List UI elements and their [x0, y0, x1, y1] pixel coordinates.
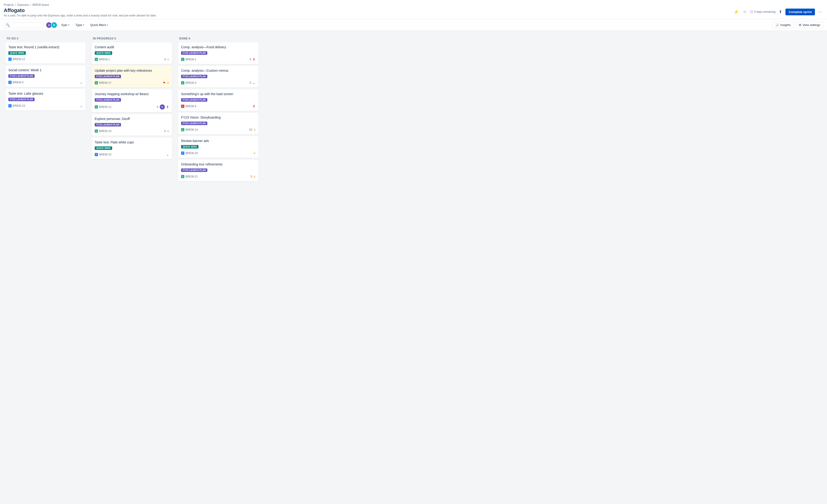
expand-icon[interactable]: ⌄: [253, 81, 255, 85]
search-input[interactable]: [11, 23, 41, 27]
breadcrumb-espresso[interactable]: Espresso: [17, 3, 29, 6]
right-toolbar: 📈 Insights ⚙ View settings: [772, 21, 823, 28]
card-done-5[interactable]: Review banner adsQUICK WINSBREW-20≡: [178, 136, 258, 158]
story-points: 5: [164, 130, 166, 133]
card-footer: BREW-25⬆: [181, 57, 255, 61]
card-footer: BREW-4⬆: [181, 104, 255, 108]
breadcrumb-brew-board[interactable]: BREW board: [33, 3, 49, 6]
story-type-icon: [181, 128, 184, 131]
card-title: Content audit: [95, 45, 169, 49]
card-todo-1[interactable]: Taste test: Round 1 (vanilla extract)QUI…: [6, 43, 86, 63]
story-type-icon: [181, 81, 184, 85]
expand-icon[interactable]: ⌄: [80, 104, 83, 108]
more-options-button[interactable]: ⋯: [817, 8, 823, 15]
card-footer: BREW-17⚑≡: [95, 81, 169, 85]
task-type-icon: [8, 104, 12, 107]
card-issue-id: BREW-14: [186, 128, 198, 131]
insights-button[interactable]: 📈 Insights: [772, 21, 794, 28]
card-done-2[interactable]: Comp. analysis—Custom menusFY23 LAUNCH P…: [178, 66, 258, 88]
card-footer: BREW-1410≡: [181, 128, 255, 132]
story-type-icon: [181, 175, 184, 178]
star-icon[interactable]: ☆: [742, 8, 747, 15]
story-points: 3: [250, 175, 252, 178]
epic-filter-button[interactable]: Epic ▾: [60, 22, 71, 28]
card-label: FY23 LAUNCH PLAN: [181, 98, 207, 102]
breadcrumb-projects[interactable]: Projects: [4, 3, 14, 6]
card-ip-5[interactable]: Taste test: Flate white cupsQUICK WINSBR…: [92, 138, 172, 159]
priority-medium-icon: ≡: [167, 57, 169, 61]
task-type-icon: [8, 81, 12, 84]
story-points: 5: [250, 58, 251, 61]
story-type-icon: [95, 105, 98, 109]
card-done-1[interactable]: Comp. analysis—Food deliveryFY23 LAUNCH …: [178, 43, 258, 64]
card-done-4[interactable]: FY23 Vision: StoryboardingFY23 LAUNCH PL…: [178, 113, 258, 134]
card-title: FY23 Vision: Storyboarding: [181, 115, 255, 119]
card-title: Journey mapping workshop w/ Beanz: [95, 92, 169, 96]
card-todo-3[interactable]: Taste test: Latte glassesFY23 LAUNCH PLA…: [6, 89, 86, 110]
column-header-inprogress: IN PROGRESS 5: [90, 35, 174, 43]
card-ip-1[interactable]: Content auditQUICK WINSBREW-14≡: [92, 43, 172, 64]
card-footer: BREW-105≡: [95, 129, 169, 133]
card-done-6[interactable]: Onboarding tour refinementsFY23 LAUNCH P…: [178, 160, 258, 181]
quick-filters-label: Quick filters: [90, 23, 106, 27]
story-type-icon: [181, 58, 184, 61]
column-cards-inprogress: Content auditQUICK WINSBREW-14≡Update pr…: [90, 43, 174, 492]
card-label: FY23 LAUNCH PLAN: [181, 51, 207, 55]
settings-icon: ⚙: [799, 23, 801, 27]
card-issue-id: BREW-12: [13, 57, 25, 61]
card-label: FY23 LAUNCH PLAN: [95, 123, 121, 127]
lightning-icon[interactable]: ⚡: [733, 8, 740, 15]
project-description: As a user, I'm able to jump onto the Esp…: [4, 14, 156, 19]
card-title: Comp. analysis—Custom menus: [181, 69, 255, 72]
flag-icon: ⚑: [163, 81, 166, 85]
card-issue-id: BREW-1: [99, 58, 110, 61]
quick-filters-chevron-icon: ▾: [107, 24, 108, 26]
column-cards-done: Comp. analysis—Food deliveryFY23 LAUNCH …: [177, 43, 260, 492]
story-points: 4: [164, 58, 166, 61]
card-label: FY23 LAUNCH PLAN: [181, 121, 207, 125]
board: TO DO 3Taste test: Round 1 (vanilla extr…: [0, 31, 827, 495]
card-title: Social content: Week 1: [8, 68, 83, 72]
view-settings-button[interactable]: ⚙ View settings: [796, 21, 823, 28]
column-done: DONE 6Comp. analysis—Food deliveryFY23 L…: [177, 35, 260, 492]
card-issue-id: BREW-23: [13, 104, 25, 107]
card-issue-id: BREW-3: [186, 81, 196, 85]
card-issue-id: BREW-2: [186, 58, 196, 61]
priority-medium-icon: ≡: [253, 128, 255, 132]
story-points: 10: [249, 128, 252, 131]
card-footer: BREW-12: [8, 57, 83, 61]
card-ip-2[interactable]: Update project plan with key milestonesF…: [92, 66, 172, 88]
card-label: FY23 LAUNCH PLAN: [95, 98, 121, 102]
search-box[interactable]: 🔍: [4, 22, 43, 28]
quick-filters-button[interactable]: Quick filters ▾: [88, 22, 110, 28]
type-chevron-icon: ▾: [83, 24, 84, 26]
card-done-3[interactable]: Something's up with the load screenFY23 …: [178, 89, 258, 111]
expand-icon[interactable]: ⌄: [166, 153, 169, 156]
avatar-group[interactable]: A B: [46, 22, 57, 28]
type-filter-button[interactable]: Type ▾: [74, 22, 86, 28]
card-title: Update project plan with key milestones: [95, 69, 169, 72]
priority-medium-icon: ≡: [253, 175, 255, 179]
column-cards-todo: Taste test: Round 1 (vanilla extract)QUI…: [4, 43, 87, 492]
priority-medium-icon: ≡: [167, 81, 169, 85]
expand-icon[interactable]: ⌄: [80, 81, 83, 84]
column-todo: TO DO 3Taste test: Round 1 (vanilla extr…: [4, 35, 87, 492]
priority-high-icon: ⬆: [253, 104, 255, 108]
share-icon[interactable]: ⬆: [778, 8, 783, 15]
story-points: 5: [250, 81, 251, 85]
card-issue-id: BREW-17: [99, 81, 111, 85]
search-icon: 🔍: [6, 23, 10, 27]
avatar-user-2[interactable]: B: [51, 22, 57, 28]
card-title: Taste test: Flate white cups: [95, 140, 169, 144]
clock-icon: 🕐: [750, 10, 753, 13]
card-issue-id: BREW-4: [186, 105, 196, 108]
card-ip-3[interactable]: Journey mapping workshop w/ BeanzFY23 LA…: [92, 89, 172, 112]
story-points: 5: [157, 105, 158, 109]
column-header-todo: TO DO 3: [4, 35, 87, 43]
card-ip-4[interactable]: Explore personas: GeoffFY23 LAUNCH PLANB…: [92, 114, 172, 136]
toolbar: 🔍 A B Epic ▾ Type ▾ Quick filters ▾ 📈 In…: [0, 19, 827, 31]
priority-medium-icon: ≡: [167, 129, 169, 133]
card-todo-2[interactable]: Social content: Week 1FY23 LAUNCH PLANBR…: [6, 65, 86, 87]
card-label: FY23 LAUNCH PLAN: [8, 74, 35, 78]
complete-sprint-button[interactable]: Complete sprint: [785, 9, 815, 15]
